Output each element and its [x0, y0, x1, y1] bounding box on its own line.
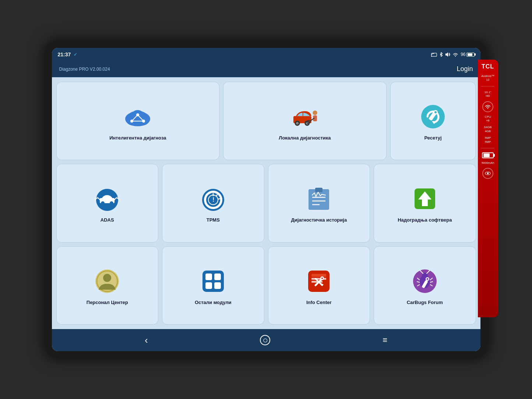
login-button[interactable]: Login: [457, 65, 473, 73]
svg-rect-51: [214, 273, 221, 280]
personal-center-button[interactable]: Персонал Центер: [56, 246, 159, 325]
tcl-screen-size: 10.1" HD: [485, 91, 491, 98]
tcl-storage: 64GB 4GB: [484, 126, 492, 133]
svg-rect-39: [309, 189, 329, 210]
carbugs-forum-icon: [410, 266, 440, 296]
status-bar: 21:37 ✓: [52, 48, 480, 61]
info-center-button[interactable]: Info Center: [268, 246, 370, 325]
local-diagnosis-button[interactable]: Локална дијагностика: [223, 82, 387, 160]
reset-icon: [418, 102, 448, 131]
local-diagnosis-label: Локална дијагностика: [279, 135, 331, 141]
eye-icon: [482, 168, 493, 179]
svg-point-48: [103, 274, 111, 282]
header-bar: Diagzone PRO V2.00.024 Login: [52, 61, 480, 77]
other-modules-button[interactable]: Остали модули: [162, 246, 264, 325]
other-modules-icon: [198, 266, 228, 296]
diagnostic-history-label: Дијагностичка историја: [291, 217, 347, 223]
grid-row-2: ADAS: [56, 164, 476, 242]
svg-rect-56: [311, 278, 326, 280]
carbugs-forum-button[interactable]: CarBugs Forum: [374, 246, 476, 325]
main-content: Интелигентна дијагноза: [52, 77, 480, 329]
status-time: 21:37: [58, 52, 71, 57]
svg-rect-50: [205, 273, 212, 280]
svg-rect-40: [315, 188, 323, 192]
software-update-icon: [410, 184, 440, 213]
intelligent-diagnosis-button[interactable]: Интелигентна дијагноза: [56, 82, 220, 160]
home-button[interactable]: ○: [253, 332, 278, 348]
tablet-screen: 21:37 ✓: [52, 48, 480, 351]
back-button[interactable]: ‹: [137, 332, 155, 349]
diagnostic-history-button[interactable]: Дијагностичка историја: [268, 164, 370, 242]
wifi-icon: [452, 52, 458, 57]
status-right: 96: [431, 52, 474, 57]
svg-rect-55: [311, 274, 326, 277]
battery-bar: [466, 53, 475, 57]
local-diagnosis-icon: [290, 102, 320, 131]
adas-label: ADAS: [101, 217, 114, 223]
menu-button[interactable]: ≡: [375, 332, 395, 348]
svg-point-22: [313, 110, 317, 115]
software-update-label: Надоградња софтвера: [398, 217, 452, 223]
tcl-battery: 5000mAh: [482, 161, 494, 165]
svg-rect-49: [202, 271, 224, 292]
info-center-label: Info Center: [306, 300, 332, 305]
svg-point-60: [321, 278, 323, 279]
svg-point-10: [136, 112, 147, 122]
svg-point-0: [487, 173, 489, 174]
software-update-button[interactable]: Надоградња софтвера: [374, 164, 476, 242]
app-version: Diagzone PRO V2.00.024: [59, 67, 110, 72]
personal-center-icon: [92, 266, 122, 296]
svg-point-34: [110, 201, 113, 205]
status-left: 21:37 ✓: [58, 52, 78, 57]
adas-button[interactable]: ADAS: [56, 164, 159, 242]
other-modules-label: Остали модули: [195, 300, 232, 305]
svg-rect-53: [214, 282, 221, 289]
intelligent-diagnosis-icon: [123, 102, 152, 131]
svg-marker-3: [445, 52, 448, 57]
tcl-strip: TCL Android™ 12 10.1" HD CPU×8 64GB 4GB …: [478, 60, 498, 317]
tablet-device: TCL Android™ 12 10.1" HD CPU×8 64GB 4GB …: [45, 41, 487, 358]
sound-icon: [445, 52, 450, 57]
svg-point-2: [431, 56, 432, 57]
intelligent-diagnosis-label: Интелигентна дијагноза: [109, 135, 166, 141]
tcl-android: Android™ 12: [480, 74, 496, 82]
tcl-cpu: CPU×8: [485, 115, 491, 123]
reset-button[interactable]: Ресетуј: [390, 82, 476, 160]
svg-point-19: [296, 122, 299, 124]
reset-label: Ресетуј: [424, 135, 441, 141]
diagnostic-history-icon: [304, 184, 334, 213]
nav-bar: ‹ ○ ≡: [52, 329, 480, 351]
grid-row-1: Интелигентна дијагноза: [56, 82, 476, 160]
svg-point-33: [101, 201, 105, 205]
svg-rect-52: [205, 282, 212, 289]
battery-status: 96: [461, 52, 474, 57]
cast-icon: [431, 52, 437, 57]
grid-row-3: Персонал Центер Остали м: [56, 246, 476, 325]
tpms-button[interactable]: ! TPMS: [162, 164, 264, 242]
svg-point-4: [455, 56, 456, 57]
svg-point-30: [434, 111, 437, 113]
info-center-icon: [304, 266, 334, 296]
wifi-side-icon: [482, 101, 493, 112]
status-check-icon: ✓: [74, 52, 77, 57]
battery-side-icon: [482, 152, 494, 158]
tcl-cameras: 5MP 5MP: [485, 136, 491, 144]
svg-text:!: !: [212, 197, 214, 203]
tpms-icon: !: [198, 184, 228, 213]
adas-icon: [92, 184, 122, 213]
tcl-brand: TCL: [482, 63, 494, 70]
bluetooth-icon: [439, 52, 443, 57]
carbugs-forum-label: CarBugs Forum: [407, 300, 443, 305]
tpms-label: TPMS: [207, 217, 220, 223]
personal-center-label: Персонал Центер: [87, 300, 128, 305]
svg-point-70: [426, 278, 428, 280]
